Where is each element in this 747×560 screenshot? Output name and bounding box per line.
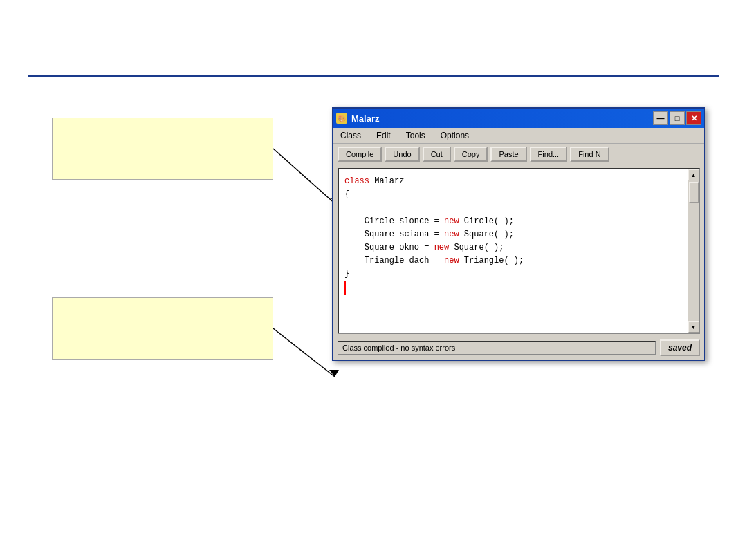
code-line-4: Circle slonce = new Circle( ); xyxy=(344,215,682,228)
code-line-5: Square sciana = new Square( ); xyxy=(344,228,682,241)
paste-button[interactable]: Paste xyxy=(490,147,526,162)
title-buttons: — □ ✕ xyxy=(653,111,701,125)
code-editor[interactable]: class Malarz { Circle slonce = new Circl… xyxy=(338,168,700,334)
scroll-up-arrow[interactable]: ▲ xyxy=(688,169,699,180)
scroll-thumb[interactable] xyxy=(689,182,699,203)
note-box-bottom xyxy=(52,297,273,360)
window-title: Malarz xyxy=(351,113,379,124)
svg-line-2 xyxy=(273,328,335,377)
top-divider xyxy=(28,75,719,77)
compile-button[interactable]: Compile xyxy=(338,147,382,162)
menu-options[interactable]: Options xyxy=(436,129,473,142)
maximize-button[interactable]: □ xyxy=(670,111,685,125)
menu-bar: Class Edit Tools Options xyxy=(333,128,704,144)
menu-class[interactable]: Class xyxy=(336,129,365,142)
code-line-2: { xyxy=(344,188,682,201)
menu-edit[interactable]: Edit xyxy=(372,129,395,142)
find-button[interactable]: Find... xyxy=(530,147,568,162)
app-icon: 🎨 xyxy=(336,113,347,124)
undo-button[interactable]: Undo xyxy=(385,147,419,162)
code-area[interactable]: class Malarz { Circle slonce = new Circl… xyxy=(339,169,688,333)
close-button[interactable]: ✕ xyxy=(686,111,701,125)
code-line-1: class Malarz xyxy=(344,175,682,188)
scrollbar[interactable]: ▲ ▼ xyxy=(688,169,699,333)
minimize-button[interactable]: — xyxy=(653,111,668,125)
malarz-window: 🎨 Malarz — □ ✕ Class Edit Tools Options … xyxy=(332,107,706,361)
code-cursor-line xyxy=(344,281,682,295)
code-line-7: Triangle dach = new Triangle( ); xyxy=(344,254,682,268)
code-line-3 xyxy=(344,201,682,214)
title-bar-left: 🎨 Malarz xyxy=(336,113,379,124)
menu-tools[interactable]: Tools xyxy=(402,129,430,142)
status-message: Class compiled - no syntax errors xyxy=(338,341,656,355)
svg-line-0 xyxy=(273,149,336,205)
svg-marker-3 xyxy=(329,370,339,377)
copy-button[interactable]: Copy xyxy=(454,147,488,162)
saved-label: saved xyxy=(660,339,700,356)
code-line-6: Square okno = new Square( ); xyxy=(344,241,682,254)
code-line-8: } xyxy=(344,268,682,281)
status-bar: Class compiled - no syntax errors saved xyxy=(333,337,704,358)
title-bar: 🎨 Malarz — □ ✕ xyxy=(333,109,704,128)
toolbar: Compile Undo Cut Copy Paste Find... Find… xyxy=(333,144,704,165)
note-box-top xyxy=(52,118,273,180)
cut-button[interactable]: Cut xyxy=(423,147,451,162)
scroll-down-arrow[interactable]: ▼ xyxy=(688,321,699,333)
find-next-button[interactable]: Find N xyxy=(570,147,609,162)
